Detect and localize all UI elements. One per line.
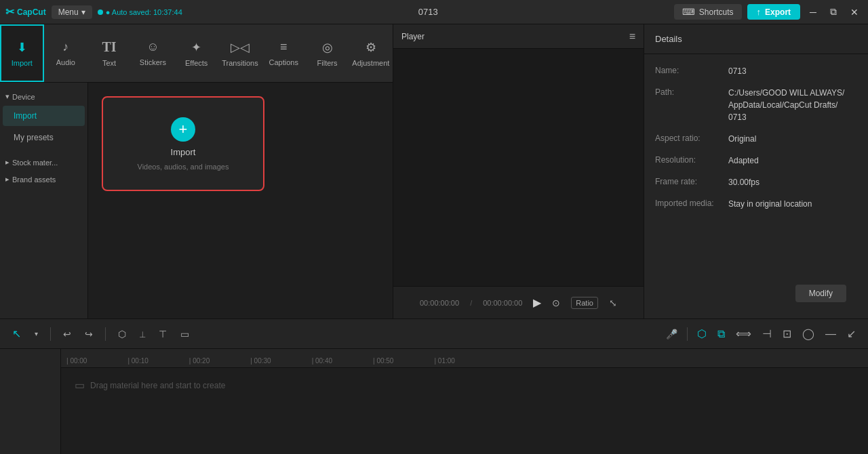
captions-icon: ≡ [280, 40, 288, 54]
timeline-area: ↖ ▾ ↩ ↪ ⬡ ⟂ ⊤ ▭ 🎤 ⬡ ⧉ ⟺ ⊣ ⊡ ◯ — ↙ | 00:0… [0, 318, 868, 454]
play-button[interactable]: ▶ [533, 296, 541, 309]
toolbar-item-audio[interactable]: ♪ Audio [44, 24, 87, 82]
sidebar-item-presets-label: My presets [14, 133, 54, 142]
mic-button[interactable]: 🎤 [662, 326, 682, 342]
detail-row-framerate: Frame rate: 30.00fps [655, 176, 857, 188]
detail-value-resolution: Adapted [728, 154, 857, 167]
sidebar-group-brand-label: Brand assets [12, 176, 56, 184]
export-button[interactable]: ↑ Export [747, 4, 801, 20]
chevron-down-icon: ▾ [5, 92, 9, 101]
sidebar-group-stock[interactable]: ▸ Stock mater... [0, 154, 87, 171]
track-audio-button[interactable]: ◯ [798, 325, 818, 343]
toolbar-item-label-captions: Captions [269, 58, 298, 66]
chevron-right-icon-brand: ▸ [5, 175, 9, 184]
delete-button[interactable]: ▭ [176, 326, 193, 342]
select-tool-button[interactable]: ↖ [8, 325, 25, 343]
toolbar-separator-1 [50, 327, 51, 341]
menu-button[interactable]: Menu ▾ [52, 5, 92, 19]
player-controls: 00:00:00:00 / 00:00:00:00 ▶ ⊙ Ratio ⤡ [393, 286, 644, 318]
import-icon: ⬇ [17, 40, 27, 55]
toolbar-item-text[interactable]: TI Text [87, 24, 131, 82]
time-total: 00:00:00:00 [483, 299, 522, 307]
import-box[interactable]: + Import Videos, audios, and images [102, 96, 264, 191]
toolbar-item-label-transitions: Transitions [222, 59, 258, 67]
transitions-icon: ▷◁ [231, 40, 250, 55]
ratio-button[interactable]: Ratio [571, 297, 598, 309]
player-title: Player [401, 32, 425, 41]
autosave-text: ● Auto saved: 10:37:44 [106, 8, 182, 16]
logo-text: CapCut [17, 7, 46, 17]
titlebar-right: ⌨ Shortcuts ↑ Export ─ ⧉ ✕ [674, 4, 863, 20]
titlebar-left: ✂ CapCut Menu ▾ ● Auto saved: 10:37:44 [5, 5, 182, 19]
minimize-button[interactable]: ─ [806, 5, 821, 19]
main-area: ⬇ Import ♪ Audio TI Text ☺ Stickers ✦ Ef… [0, 24, 868, 318]
content-area: ▾ Device Import My presets ▸ Stock mater… [0, 83, 393, 318]
toolbar-item-effects[interactable]: ✦ Effects [175, 24, 218, 82]
toolbar-item-label-effects: Effects [185, 59, 208, 67]
adjustment-icon: ⚙ [366, 40, 376, 55]
sidebar-group-device[interactable]: ▾ Device [0, 88, 87, 105]
timeline-toolbar: ↖ ▾ ↩ ↪ ⬡ ⟂ ⊤ ▭ 🎤 ⬡ ⧉ ⟺ ⊣ ⊡ ◯ — ↙ [0, 319, 868, 349]
detail-value-framerate: 30.00fps [728, 176, 857, 188]
toolbar-item-filters[interactable]: ◎ Filters [305, 24, 349, 82]
timeline-track-area: | 00:00 | 00:10 | 00:20 | 00:30 | 00:40 … [0, 349, 868, 454]
redo-button[interactable]: ↪ [81, 326, 97, 342]
toolbar-item-label-adjustment: Adjustment [352, 59, 389, 67]
import-sublabel: Videos, audios, and images [138, 163, 229, 171]
split-top-button[interactable]: ⬡ [114, 326, 130, 342]
drag-hint-text: Drag material here and start to create [90, 381, 225, 390]
player-header: Player ≡ [393, 24, 644, 49]
expand-button[interactable]: ⤡ [609, 297, 617, 308]
sidebar-group-brand[interactable]: ▸ Brand assets [0, 171, 87, 188]
split-button[interactable]: ⟂ [136, 326, 149, 342]
toolbar-item-stickers[interactable]: ☺ Stickers [131, 24, 174, 82]
modify-button[interactable]: Modify [795, 285, 846, 302]
sidebar-group-stock-label: Stock mater... [12, 159, 58, 167]
track-mute-button[interactable]: — [821, 325, 840, 343]
toolbar-item-transitions[interactable]: ▷◁ Transitions [218, 24, 262, 82]
track-align-button[interactable]: ⊣ [758, 325, 776, 343]
sidebar-group-device-label: Device [12, 93, 35, 101]
select-dropdown-button[interactable]: ▾ [31, 327, 42, 340]
toolbar-item-label-audio: Audio [56, 58, 75, 66]
timeline-ruler-area: | 00:00 | 00:10 | 00:20 | 00:30 | 00:40 … [61, 349, 868, 454]
sidebar-item-my-presets[interactable]: My presets [3, 127, 85, 148]
detail-label-framerate: Frame rate: [655, 176, 723, 186]
toolbar-item-label-filters: Filters [317, 59, 338, 67]
track-split-button[interactable]: ⟺ [732, 325, 755, 343]
toolbar-item-import[interactable]: ⬇ Import [0, 24, 44, 82]
track-merge-button[interactable]: ⧉ [713, 325, 729, 343]
split-bottom-button[interactable]: ⊤ [155, 326, 171, 342]
track-snap-button[interactable]: ⊡ [778, 325, 795, 343]
player-panel: Player ≡ 00:00:00:00 / 00:00:00:00 ▶ ⊙ R… [393, 24, 644, 318]
menu-label: Menu [58, 7, 79, 17]
toolbar-item-adjustment[interactable]: ⚙ Adjustment [349, 24, 393, 82]
detail-row-path: Path: C:/Users/GOOD WILL ALWAYS/AppData/… [655, 87, 857, 123]
audio-icon: ♪ [62, 40, 68, 54]
ruler-tick-0: | 00:00 [66, 357, 87, 365]
detail-row-imported-media: Imported media: Stay in original locatio… [655, 198, 857, 210]
detail-value-name: 0713 [728, 65, 857, 77]
stickers-icon: ☺ [146, 40, 159, 54]
details-panel: Details Name: 0713 Path: C:/Users/GOOD W… [644, 24, 868, 318]
drag-hint: ▭ Drag material here and start to create [61, 368, 868, 403]
timeline-ruler: | 00:00 | 00:10 | 00:20 | 00:30 | 00:40 … [61, 349, 868, 368]
sidebar-item-import[interactable]: Import [3, 106, 85, 126]
autosave-status: ● Auto saved: 10:37:44 [98, 8, 182, 16]
ruler-tick-3: | 00:30 [250, 357, 271, 365]
player-menu-icon[interactable]: ≡ [629, 30, 635, 43]
left-panel: ⬇ Import ♪ Audio TI Text ☺ Stickers ✦ Ef… [0, 24, 393, 318]
maximize-button[interactable]: ⧉ [826, 5, 841, 19]
sidebar: ▾ Device Import My presets ▸ Stock mater… [0, 83, 88, 318]
close-button[interactable]: ✕ [846, 5, 863, 19]
detail-value-imported-media: Stay in original location [728, 198, 857, 210]
track-link-button[interactable]: ⬡ [693, 325, 711, 343]
shortcuts-button[interactable]: ⌨ Shortcuts [674, 4, 742, 20]
window-controls: ─ ⧉ ✕ [806, 5, 863, 19]
import-label: Import [171, 147, 196, 157]
toolbar-item-captions[interactable]: ≡ Captions [262, 24, 305, 82]
text-icon: TI [102, 39, 117, 55]
zoom-out-button[interactable]: ↙ [843, 325, 860, 343]
undo-button[interactable]: ↩ [59, 326, 75, 342]
fullscreen-target-icon[interactable]: ⊙ [552, 297, 560, 308]
